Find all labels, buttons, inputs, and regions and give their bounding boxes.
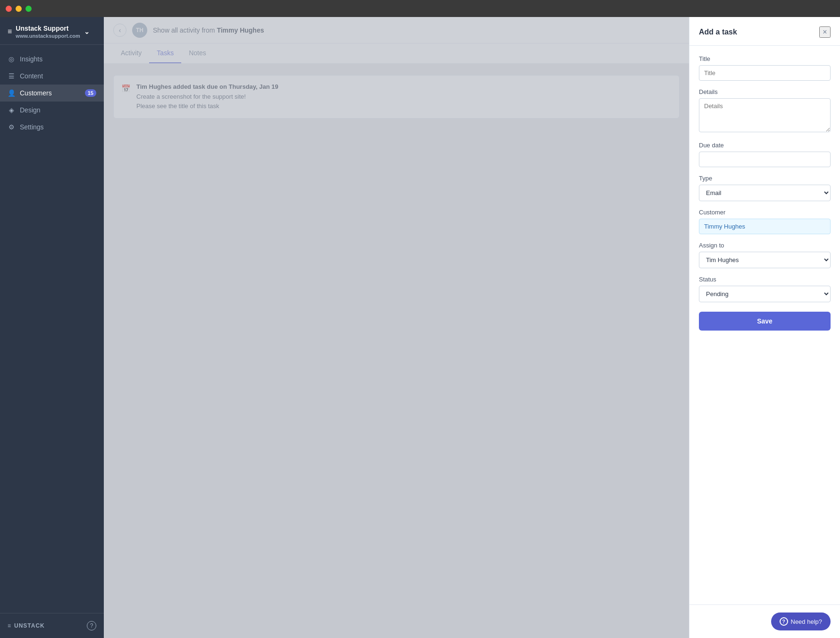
title-bar <box>0 0 840 17</box>
need-help-label: Need help? <box>791 618 823 625</box>
panel-overlay[interactable] <box>104 17 689 638</box>
type-select[interactable]: Email Call Meeting <box>699 185 831 201</box>
brand-url: www.unstacksupport.com <box>16 33 80 39</box>
save-button[interactable]: Save <box>699 312 831 331</box>
customers-badge: 15 <box>85 89 96 97</box>
question-icon: ? <box>90 622 93 629</box>
panel-title: Add a task <box>699 28 737 36</box>
panel-footer: ? Need help? <box>689 604 840 638</box>
minimize-window-button[interactable] <box>16 6 22 12</box>
settings-icon: ⚙ <box>8 123 15 131</box>
brand-chevron: ⌄ <box>84 28 90 35</box>
unstack-logo: ≡ UNSTACK <box>8 622 45 629</box>
sidebar: ≡ Unstack Support www.unstacksupport.com… <box>0 17 104 638</box>
sidebar-brand[interactable]: ≡ Unstack Support www.unstacksupport.com… <box>8 25 96 39</box>
insights-icon: ◎ <box>8 55 15 63</box>
help-question-mark: ? <box>782 619 785 624</box>
sidebar-item-customers[interactable]: 👤 Customers 15 <box>0 85 104 102</box>
unstack-logo-text: UNSTACK <box>14 622 45 629</box>
design-icon: ◈ <box>8 106 15 114</box>
add-task-panel: Add a task × Title Details Due date Type <box>689 17 840 638</box>
sidebar-nav: ◎ Insights ☰ Content 👤 Customers 15 ◈ De… <box>0 45 104 613</box>
status-label: Status <box>699 276 831 283</box>
title-input[interactable] <box>699 65 831 81</box>
customer-field-group: Customer Timmy Hughes <box>699 209 831 234</box>
panel-body: Title Details Due date Type Email Call M… <box>689 46 840 604</box>
sidebar-help-button[interactable]: ? <box>87 621 96 630</box>
need-help-button[interactable]: ? Need help? <box>771 612 831 630</box>
details-input[interactable] <box>699 98 831 132</box>
help-circle-icon: ? <box>780 617 788 626</box>
customers-icon: 👤 <box>8 89 15 97</box>
assign-to-select[interactable]: Tim Hughes <box>699 252 831 268</box>
type-label: Type <box>699 175 831 182</box>
unstack-logo-icon: ≡ <box>8 622 11 629</box>
content-icon: ☰ <box>8 72 15 80</box>
sidebar-item-label: Content <box>20 72 43 80</box>
title-field-group: Title <box>699 55 831 81</box>
sidebar-item-label: Insights <box>20 55 42 63</box>
sidebar-item-insights[interactable]: ◎ Insights <box>0 51 104 68</box>
maximize-window-button[interactable] <box>25 6 32 12</box>
due-date-input[interactable] <box>699 152 831 167</box>
status-field-group: Status Pending Completed <box>699 276 831 302</box>
sidebar-footer: ≡ UNSTACK ? <box>0 613 104 638</box>
customer-label: Customer <box>699 209 831 216</box>
due-date-field-group: Due date <box>699 142 831 167</box>
customer-value: Timmy Hughes <box>699 219 831 234</box>
assign-to-label: Assign to <box>699 242 831 249</box>
sidebar-item-label: Customers <box>20 89 52 97</box>
sidebar-item-label: Design <box>20 106 41 114</box>
details-label: Details <box>699 88 831 95</box>
sidebar-item-content[interactable]: ☰ Content <box>0 68 104 85</box>
sidebar-item-settings[interactable]: ⚙ Settings <box>0 119 104 136</box>
status-select[interactable]: Pending Completed <box>699 286 831 302</box>
brand-name: Unstack Support <box>16 25 80 32</box>
sidebar-item-design[interactable]: ◈ Design <box>0 102 104 119</box>
details-field-group: Details <box>699 88 831 134</box>
panel-close-button[interactable]: × <box>819 26 831 38</box>
type-field-group: Type Email Call Meeting <box>699 175 831 201</box>
sidebar-header: ≡ Unstack Support www.unstacksupport.com… <box>0 17 104 45</box>
assign-to-field-group: Assign to Tim Hughes <box>699 242 831 268</box>
title-label: Title <box>699 55 831 62</box>
main-content: ‹ TH Show all activity from Timmy Hughes… <box>104 17 689 638</box>
panel-header: Add a task × <box>689 17 840 46</box>
brand-icon: ≡ <box>8 27 12 36</box>
sidebar-item-label: Settings <box>20 123 44 131</box>
due-date-label: Due date <box>699 142 831 149</box>
close-window-button[interactable] <box>6 6 12 12</box>
